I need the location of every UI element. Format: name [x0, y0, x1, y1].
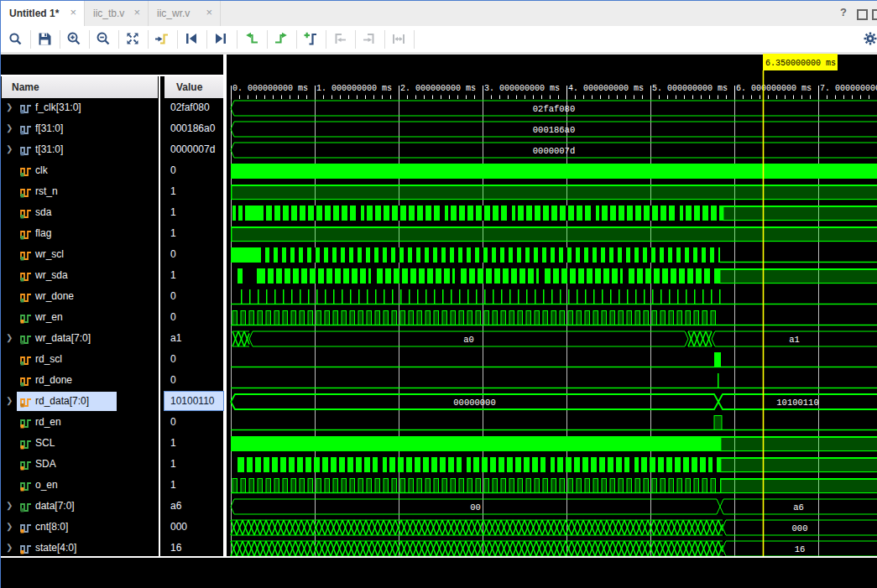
signal-row-wr_scl[interactable]: wr_scl0 — [1, 244, 223, 265]
toolbar-separator — [326, 30, 326, 49]
wave-wr_done — [231, 289, 877, 304]
scalar-green-signal-icon — [20, 417, 32, 432]
waveform-canvas[interactable]: 0. 000000000 ms1. 000000000 ms2. 0000000… — [227, 54, 877, 588]
signal-name: rd_data[7:0] — [35, 395, 89, 407]
name-column-header[interactable]: Name — [2, 76, 158, 98]
expand-arrow-icon[interactable]: ❯ — [6, 501, 13, 510]
signal-name: wr_en — [35, 311, 63, 323]
signal-row-o_en[interactable]: o_en1 — [1, 475, 223, 496]
search-button[interactable] — [8, 31, 23, 46]
signal-row-rd_scl[interactable]: rd_scl0 — [1, 349, 223, 370]
bus-value-label: 00000000 — [453, 398, 495, 408]
bus-value-label: 000186a0 — [533, 125, 575, 135]
signal-value: 0 — [170, 290, 176, 302]
next-marker-button[interactable] — [362, 31, 377, 46]
window-buttons: ? — [0, 1, 877, 26]
signal-row-f310[interactable]: ❯f[31:0]000186a0 — [1, 118, 223, 139]
expand-arrow-icon[interactable]: ❯ — [6, 102, 13, 112]
zoom-fit-button[interactable] — [125, 31, 140, 46]
ruler-label: 0. 000000000 ms — [232, 84, 308, 93]
expand-arrow-icon[interactable]: ❯ — [6, 396, 13, 405]
signal-row-f_clk310[interactable]: ❯f_clk[31:0]02faf080 — [1, 97, 223, 118]
float-window-icon[interactable] — [857, 9, 868, 20]
previous-transition-button[interactable] — [184, 31, 199, 46]
bus-blue-dot-signal-icon — [20, 522, 32, 537]
signal-name: wr_done — [35, 290, 74, 302]
scalar-orange-signal-icon — [20, 186, 32, 201]
toolbar-separator — [148, 30, 149, 49]
add-marker-button[interactable] — [303, 31, 318, 46]
signal-row-rd_data70[interactable]: ❯rd_data[7:0]10100110 — [1, 391, 223, 412]
ruler-label: 1. 000000000 ms — [316, 84, 392, 93]
signal-row-clk[interactable]: clk0 — [1, 160, 223, 181]
scalar-orange-signal-icon — [20, 165, 32, 180]
signal-row-flag[interactable]: flag1 — [1, 223, 223, 244]
value-column-header[interactable]: Value — [164, 76, 223, 98]
previous-edge-button[interactable] — [244, 31, 259, 46]
zoom-in-button[interactable] — [66, 31, 81, 46]
bus-value-label: a0 — [463, 335, 474, 345]
signal-row-wr_data70[interactable]: ❯wr_data[7:0]a1 — [1, 328, 223, 349]
signal-value: 0000007d — [170, 143, 215, 155]
toolbar-separator — [296, 30, 297, 49]
save-button[interactable] — [37, 31, 52, 46]
signal-row-scl[interactable]: SCL1 — [1, 433, 223, 454]
signal-name: t[31:0] — [35, 143, 63, 155]
signal-row-rst_n[interactable]: rst_n1 — [1, 181, 223, 202]
wave-scl — [231, 436, 877, 451]
zoom-to-cursor-button[interactable] — [154, 31, 170, 46]
signal-row-rd_done[interactable]: rd_done0 — [1, 370, 223, 391]
signal-name: f[31:0] — [35, 122, 63, 134]
signal-value: a1 — [170, 332, 181, 344]
bus-orange-signal-icon — [20, 396, 32, 411]
wave-flag — [231, 226, 877, 242]
signal-name: rd_en — [35, 416, 61, 428]
zoom-out-button[interactable] — [96, 31, 111, 46]
signal-row-wr_done[interactable]: wr_done0 — [1, 286, 223, 307]
scalar-orange-signal-icon — [20, 375, 32, 390]
toolbar-separator — [355, 30, 356, 49]
wave-rd_done — [231, 373, 877, 388]
signal-row-wr_sda[interactable]: wr_sda1 — [1, 265, 223, 286]
signal-row-sda[interactable]: SDA1 — [1, 454, 223, 475]
expand-arrow-icon[interactable]: ❯ — [6, 522, 13, 531]
wave-wr_en — [231, 311, 877, 326]
signal-row-t310[interactable]: ❯t[31:0]0000007d — [1, 139, 223, 160]
signal-value: a6 — [170, 500, 181, 512]
signal-row-data70[interactable]: ❯data[7:0]a6 — [1, 496, 223, 517]
signal-name: wr_data[7:0] — [35, 332, 91, 344]
swap-cursors-button[interactable] — [391, 31, 406, 46]
bus-value-label: 00 — [470, 502, 481, 513]
settings-button[interactable] — [863, 31, 877, 46]
previous-marker-button[interactable] — [332, 31, 347, 46]
signal-row-wr_en[interactable]: wr_en0 — [1, 307, 223, 328]
signal-name: SDA — [35, 458, 56, 470]
bus-value-label: 000 — [792, 523, 808, 533]
ruler-label: 5. 000000000 ms — [652, 84, 728, 93]
signal-name: f_clk[31:0] — [35, 101, 81, 113]
expand-arrow-icon[interactable]: ❯ — [6, 543, 13, 552]
signal-row-sda[interactable]: sda1 — [1, 202, 223, 223]
signal-row-cnt80[interactable]: ❯cnt[8:0]000 — [1, 517, 223, 538]
wave-cnt80: 000 — [231, 520, 877, 535]
signal-value: 0 — [170, 311, 176, 323]
toolbar — [0, 26, 877, 52]
maximize-window-icon[interactable] — [872, 9, 877, 20]
signal-value: 0 — [170, 374, 176, 386]
next-transition-button[interactable] — [213, 31, 228, 46]
wave-data70: 00a6 — [231, 499, 877, 514]
bus-blue-signal-icon — [20, 144, 32, 159]
pane-border-top — [0, 0, 877, 1]
expand-arrow-icon[interactable]: ❯ — [6, 333, 13, 342]
expand-arrow-icon[interactable]: ❯ — [6, 123, 13, 133]
signal-row-rd_en[interactable]: rd_en0 — [1, 412, 223, 433]
help-button[interactable]: ? — [840, 6, 847, 18]
next-edge-button[interactable] — [274, 31, 289, 46]
scalar-orange-signal-icon — [20, 207, 32, 222]
signal-value: 1 — [170, 479, 176, 491]
scalar-orange-signal-icon — [20, 291, 32, 306]
signal-name: rd_scl — [35, 353, 62, 365]
signal-value: 000 — [170, 521, 187, 533]
wave-f_clk310: 02faf080 — [231, 101, 877, 116]
expand-arrow-icon[interactable]: ❯ — [6, 144, 13, 154]
